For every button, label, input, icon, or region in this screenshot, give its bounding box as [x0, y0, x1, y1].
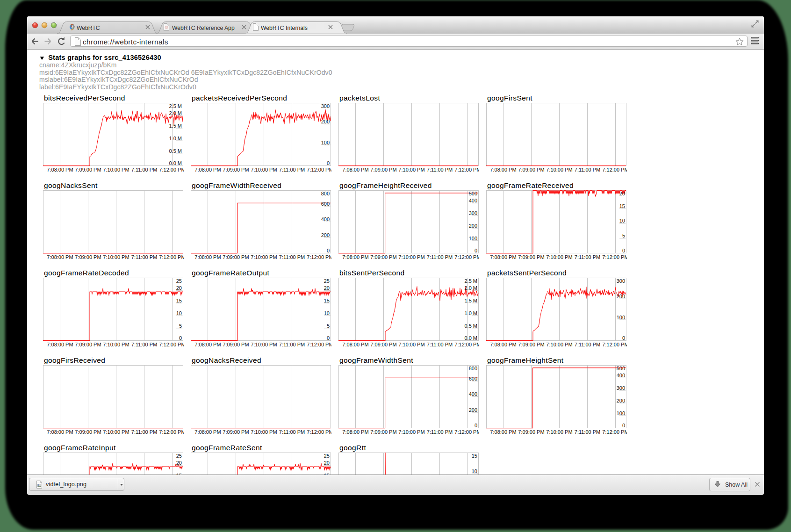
svg-text:10: 10 [619, 218, 625, 223]
svg-text:100: 100 [617, 315, 625, 320]
svg-text:7:08:00 PM: 7:08:00 PM [194, 429, 221, 435]
svg-text:7:12:00 PM: 7:12:00 PM [159, 429, 184, 435]
svg-text:7:08:00 PM: 7:08:00 PM [490, 167, 516, 173]
svg-text:20: 20 [324, 285, 330, 291]
svg-text:2.5 M: 2.5 M [464, 278, 477, 284]
svg-text:0: 0 [327, 335, 330, 341]
svg-text:7:12:00 PM: 7:12:00 PM [454, 429, 479, 435]
svg-text:100: 100 [321, 140, 330, 145]
svg-text:WebRTC Reference App: WebRTC Reference App [172, 25, 235, 31]
svg-text:7:10:00 PM: 7:10:00 PM [546, 342, 572, 347]
svg-text:7:09:00 PM: 7:09:00 PM [75, 429, 101, 435]
svg-text:1.0 M: 1.0 M [169, 136, 182, 141]
svg-text:7:12:00 PM: 7:12:00 PM [307, 429, 331, 435]
svg-text:7:09:00 PM: 7:09:00 PM [370, 429, 396, 435]
svg-text:1.0 M: 1.0 M [464, 310, 477, 316]
svg-text:7:08:00 PM: 7:08:00 PM [490, 429, 516, 435]
svg-text:200: 200 [469, 223, 477, 229]
svg-text:7:10:00 PM: 7:10:00 PM [103, 254, 129, 260]
svg-text:7:11:00 PM: 7:11:00 PM [279, 254, 305, 260]
svg-text:7:09:00 PM: 7:09:00 PM [518, 429, 544, 435]
svg-text:0: 0 [179, 335, 182, 341]
svg-text:7:10:00 PM: 7:10:00 PM [546, 167, 572, 173]
svg-text:300: 300 [469, 210, 477, 216]
svg-text:7:08:00 PM: 7:08:00 PM [194, 342, 221, 347]
svg-text:7:08:00 PM: 7:08:00 PM [47, 342, 73, 347]
svg-text:7:10:00 PM: 7:10:00 PM [398, 167, 424, 173]
svg-text:0: 0 [622, 423, 625, 428]
svg-text:7:08:00 PM: 7:08:00 PM [342, 342, 368, 347]
svg-text:7:11:00 PM: 7:11:00 PM [427, 254, 453, 260]
svg-text:7:10:00 PM: 7:10:00 PM [398, 342, 424, 347]
svg-text:7:11:00 PM: 7:11:00 PM [427, 429, 453, 435]
svg-text:2.0 M: 2.0 M [169, 110, 182, 116]
svg-text:7:11:00 PM: 7:11:00 PM [131, 342, 157, 347]
svg-text:0: 0 [327, 248, 330, 253]
svg-text:100: 100 [617, 410, 625, 416]
svg-text:7:09:00 PM: 7:09:00 PM [518, 167, 544, 173]
svg-text:7:12:00 PM: 7:12:00 PM [602, 167, 627, 173]
svg-text:200: 200 [617, 398, 625, 403]
svg-text:800: 800 [469, 366, 477, 371]
svg-text:7:09:00 PM: 7:09:00 PM [75, 342, 101, 347]
svg-text:400: 400 [469, 391, 477, 397]
svg-text:7:12:00 PM: 7:12:00 PM [159, 342, 184, 347]
svg-text:10: 10 [324, 310, 330, 316]
svg-text:300: 300 [321, 103, 330, 109]
svg-text:7:09:00 PM: 7:09:00 PM [223, 167, 249, 173]
svg-text:7:10:00 PM: 7:10:00 PM [251, 429, 277, 435]
svg-text:7:09:00 PM: 7:09:00 PM [75, 167, 101, 173]
svg-text:7:11:00 PM: 7:11:00 PM [575, 254, 600, 260]
svg-text:WebRTC: WebRTC [77, 25, 100, 31]
svg-text:7:10:00 PM: 7:10:00 PM [251, 167, 277, 173]
svg-text:7:11:00 PM: 7:11:00 PM [575, 429, 600, 435]
svg-text:20: 20 [176, 285, 182, 291]
svg-text:800: 800 [321, 191, 330, 196]
svg-text:7:08:00 PM: 7:08:00 PM [342, 429, 368, 435]
svg-text:10: 10 [472, 468, 477, 474]
svg-text:1.5 M: 1.5 M [169, 123, 182, 129]
svg-text:7:08:00 PM: 7:08:00 PM [194, 254, 221, 260]
svg-text:7:10:00 PM: 7:10:00 PM [103, 342, 129, 347]
svg-text:7:08:00 PM: 7:08:00 PM [47, 167, 73, 173]
svg-text:7:11:00 PM: 7:11:00 PM [427, 167, 453, 173]
svg-text:0: 0 [327, 160, 330, 166]
svg-text:100: 100 [469, 236, 477, 241]
svg-text:7:09:00 PM: 7:09:00 PM [223, 429, 249, 435]
svg-text:20: 20 [324, 460, 330, 466]
svg-text:7:08:00 PM: 7:08:00 PM [490, 254, 516, 260]
svg-text:7:10:00 PM: 7:10:00 PM [251, 342, 277, 347]
svg-text:0.0 M: 0.0 M [464, 335, 477, 341]
svg-text:7:12:00 PM: 7:12:00 PM [602, 342, 627, 347]
svg-text:400: 400 [469, 198, 477, 203]
svg-text:7:12:00 PM: 7:12:00 PM [159, 167, 184, 173]
svg-text:7:11:00 PM: 7:11:00 PM [279, 342, 305, 347]
svg-text:7:11:00 PM: 7:11:00 PM [131, 254, 157, 260]
svg-text:0: 0 [622, 335, 625, 341]
svg-text:7:11:00 PM: 7:11:00 PM [131, 167, 157, 173]
svg-text:7:12:00 PM: 7:12:00 PM [454, 342, 479, 347]
svg-text:7:08:00 PM: 7:08:00 PM [47, 429, 73, 435]
svg-text:7:12:00 PM: 7:12:00 PM [159, 254, 184, 260]
svg-text:7:09:00 PM: 7:09:00 PM [518, 254, 544, 260]
svg-text:7:10:00 PM: 7:10:00 PM [546, 254, 572, 260]
svg-text:7:08:00 PM: 7:08:00 PM [490, 342, 516, 347]
svg-text:2.0 M: 2.0 M [464, 285, 477, 291]
svg-text:7:09:00 PM: 7:09:00 PM [518, 342, 544, 347]
svg-text:25: 25 [176, 453, 182, 459]
svg-text:0: 0 [475, 248, 477, 253]
svg-text:7:08:00 PM: 7:08:00 PM [342, 167, 368, 173]
svg-text:7:12:00 PM: 7:12:00 PM [454, 167, 479, 173]
svg-text:7:11:00 PM: 7:11:00 PM [279, 429, 305, 435]
svg-text:7:12:00 PM: 7:12:00 PM [602, 429, 627, 435]
svg-text:7:11:00 PM: 7:11:00 PM [575, 167, 600, 173]
svg-text:600: 600 [321, 201, 330, 207]
svg-text:10: 10 [176, 310, 182, 316]
svg-text:25: 25 [324, 453, 330, 459]
svg-text:7:10:00 PM: 7:10:00 PM [398, 254, 424, 260]
svg-text:7:10:00 PM: 7:10:00 PM [251, 254, 277, 260]
svg-text:500: 500 [469, 191, 477, 196]
svg-text:7:08:00 PM: 7:08:00 PM [194, 167, 221, 173]
svg-text:7:09:00 PM: 7:09:00 PM [223, 342, 249, 347]
svg-text:7:12:00 PM: 7:12:00 PM [307, 254, 331, 260]
